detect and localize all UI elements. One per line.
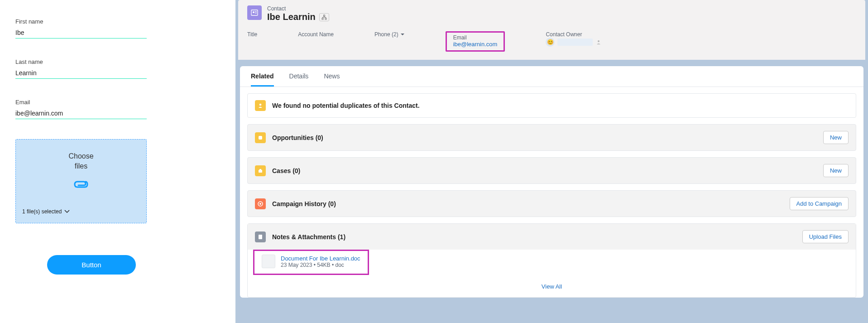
chevron-down-icon bbox=[400, 33, 405, 36]
svg-rect-2 bbox=[255, 11, 257, 12]
hf-owner-label: Contact Owner bbox=[546, 31, 602, 38]
opportunities-title[interactable]: Opportunities (0) bbox=[272, 134, 817, 141]
hf-phone-label: Phone (2) bbox=[374, 31, 398, 38]
svg-point-8 bbox=[259, 104, 262, 106]
cases-title[interactable]: Cases (0) bbox=[272, 167, 817, 174]
files-selected-label: 1 file(s) selected bbox=[22, 208, 62, 215]
first-name-label: First name bbox=[15, 18, 147, 25]
add-campaign-button[interactable]: Add to Campaign bbox=[790, 197, 849, 210]
hf-title: Title bbox=[247, 31, 257, 38]
change-owner-icon[interactable] bbox=[595, 39, 602, 45]
email-label: Email bbox=[15, 99, 147, 106]
svg-rect-6 bbox=[325, 18, 326, 19]
svg-rect-11 bbox=[259, 169, 261, 170]
attachment-meta: 23 May 2023 • 54KB • doc bbox=[281, 262, 360, 268]
hf-account-label: Account Name bbox=[298, 31, 334, 38]
hierarchy-icon[interactable] bbox=[319, 13, 329, 21]
view-all-link[interactable]: View All bbox=[542, 283, 562, 290]
last-name-input[interactable] bbox=[15, 68, 147, 79]
files-selected-text: 1 file(s) selected bbox=[22, 208, 70, 215]
file-thumb-icon bbox=[262, 255, 275, 268]
choose-files-label: Choose files bbox=[68, 151, 93, 171]
record-title-block: Contact Ibe Learnin bbox=[267, 5, 329, 22]
hf-email-label: Email bbox=[453, 34, 498, 41]
tab-news[interactable]: News bbox=[324, 72, 340, 87]
owner-avatar-icon: 😊 bbox=[546, 38, 555, 47]
tabs: Related Details News bbox=[240, 66, 863, 87]
detail-card: Related Details News We found no potenti… bbox=[240, 66, 863, 298]
opportunities-new-button[interactable]: New bbox=[823, 131, 849, 144]
section-opportunities: Opportunities (0) New bbox=[247, 124, 856, 151]
svg-point-7 bbox=[598, 40, 599, 42]
section-campaign: Campaign History (0) Add to Campaign bbox=[247, 190, 856, 217]
email-field: Email bbox=[15, 99, 147, 119]
owner-name-blurred bbox=[557, 39, 593, 46]
svg-rect-14 bbox=[259, 235, 262, 239]
duplicates-icon bbox=[255, 100, 266, 111]
duplicates-msg: We found no potential duplicates of this… bbox=[272, 102, 849, 109]
hf-email-highlight: Email ibe@learnin.com bbox=[446, 31, 505, 52]
hf-owner: Contact Owner 😊 bbox=[546, 31, 602, 47]
hf-title-label: Title bbox=[247, 31, 257, 38]
cases-new-button[interactable]: New bbox=[823, 164, 849, 177]
last-name-label: Last name bbox=[15, 58, 147, 65]
last-name-field: Last name bbox=[15, 58, 147, 79]
svg-rect-4 bbox=[323, 15, 325, 16]
section-duplicates: We found no potential duplicates of this… bbox=[247, 93, 856, 118]
file-dropzone[interactable]: Choose files 1 file(s) selected bbox=[15, 139, 147, 223]
view-all-row: View All bbox=[248, 278, 856, 297]
contact-icon bbox=[247, 5, 262, 20]
object-label: Contact bbox=[267, 5, 329, 12]
form-panel: First name Last name Email Choose files … bbox=[0, 0, 235, 323]
first-name-input[interactable] bbox=[15, 28, 147, 39]
hf-account: Account Name bbox=[298, 31, 334, 38]
section-cases: Cases (0) New bbox=[247, 157, 856, 184]
section-notes: Notes & Attachments (1) Upload Files Doc… bbox=[247, 223, 856, 298]
header-fields: Title Account Name Phone (2) Email ibe@l… bbox=[247, 31, 856, 52]
attachment-link[interactable]: Document For Ibe Learnin.doc bbox=[281, 255, 360, 262]
chevron-down-icon bbox=[64, 210, 70, 213]
upload-files-button[interactable]: Upload Files bbox=[802, 230, 849, 243]
record-name: Ibe Learnin bbox=[267, 12, 316, 22]
svg-point-13 bbox=[259, 203, 261, 205]
hf-email-value[interactable]: ibe@learnin.com bbox=[453, 41, 498, 48]
svg-point-1 bbox=[253, 11, 254, 13]
campaign-icon bbox=[255, 198, 266, 209]
campaign-title[interactable]: Campaign History (0) bbox=[272, 200, 783, 207]
svg-rect-5 bbox=[322, 18, 323, 19]
notes-icon bbox=[255, 231, 266, 242]
svg-rect-9 bbox=[259, 136, 262, 140]
submit-button[interactable]: Button bbox=[47, 255, 136, 275]
notes-title[interactable]: Notes & Attachments (1) bbox=[272, 233, 796, 241]
email-input[interactable] bbox=[15, 108, 147, 119]
tab-related[interactable]: Related bbox=[251, 72, 274, 87]
attachment-highlight: Document For Ibe Learnin.doc 23 May 2023… bbox=[253, 250, 369, 275]
first-name-field: First name bbox=[15, 18, 147, 39]
svg-rect-3 bbox=[255, 13, 257, 13]
hf-phone[interactable]: Phone (2) bbox=[374, 31, 405, 38]
record-panel: Contact Ibe Learnin Title Account Name P… bbox=[235, 0, 868, 323]
attachment-icon bbox=[72, 179, 90, 192]
cases-icon bbox=[255, 165, 266, 176]
tab-details[interactable]: Details bbox=[289, 72, 309, 87]
record-header: Contact Ibe Learnin Title Account Name P… bbox=[238, 0, 865, 60]
opportunities-icon bbox=[255, 132, 266, 143]
